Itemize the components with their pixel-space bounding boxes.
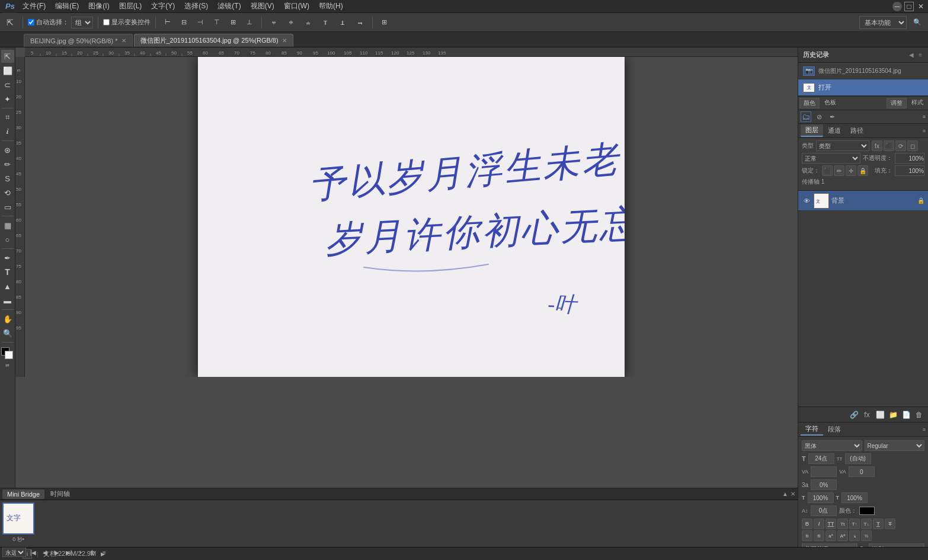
layer-filter-fx[interactable]: fx: [872, 140, 882, 151]
align-top-btn[interactable]: ⊤: [210, 17, 224, 28]
align-right-btn[interactable]: ⊣: [193, 17, 207, 28]
close-btn[interactable]: ✕: [916, 2, 926, 11]
char-kerning-input[interactable]: [811, 466, 837, 477]
layer-item-background[interactable]: 👁 文 背景 🔒: [798, 191, 928, 211]
char-baseline-input[interactable]: [811, 505, 837, 516]
tool-brush[interactable]: ✏: [1, 158, 14, 171]
auto-select-type-select[interactable]: 组: [71, 17, 93, 28]
char-font-style-select[interactable]: Regular: [865, 440, 925, 451]
distribute-left-btn[interactable]: ⫧: [267, 17, 281, 28]
layer-fill-input[interactable]: [895, 165, 924, 176]
char-bold-btn[interactable]: B: [802, 519, 812, 529]
tool-marquee[interactable]: ⬜: [1, 64, 14, 77]
tool-hand[interactable]: ✋: [1, 312, 14, 325]
tool-healing[interactable]: ⊛: [1, 143, 14, 156]
maximize-btn[interactable]: □: [904, 2, 914, 11]
tool-crop[interactable]: ⌗: [1, 111, 14, 124]
styles-panel-tab[interactable]: 样式: [908, 98, 927, 108]
char-strikethrough-btn[interactable]: T: [885, 519, 895, 529]
layer-visibility-toggle[interactable]: 👁: [802, 196, 811, 206]
distribute-top-btn[interactable]: ⫪: [318, 17, 333, 28]
lock-transparent-btn[interactable]: ⬛: [822, 165, 833, 176]
move-tool-btn[interactable]: ⇱: [2, 16, 18, 29]
frame-prev-btn[interactable]: ◀: [40, 548, 50, 557]
tool-history-brush[interactable]: ⟲: [1, 186, 14, 199]
char-allcaps-btn[interactable]: TT: [825, 519, 836, 529]
menu-text[interactable]: 文字(Y): [146, 0, 180, 12]
char-ordn-btn[interactable]: aª: [825, 530, 836, 541]
char-leading-input[interactable]: [845, 453, 871, 464]
minimize-btn[interactable]: ─: [892, 2, 902, 11]
layers-tab-layers[interactable]: 图层: [801, 124, 823, 137]
menu-layer[interactable]: 图层(L): [114, 0, 147, 12]
char-panel-menu-btn[interactable]: ≡: [923, 427, 926, 433]
tab-weixin-close[interactable]: ✕: [282, 37, 287, 44]
bottom-tab-timeline[interactable]: 时间轴: [46, 488, 75, 500]
distribute-right-btn[interactable]: ⫨: [301, 17, 316, 28]
frame-next-btn[interactable]: ▶|: [64, 548, 73, 557]
char-inf-btn[interactable]: ₁: [849, 530, 860, 541]
workspace-search-btn[interactable]: 🔍: [909, 17, 926, 28]
tab-beijing[interactable]: BEIJING.jpg @ 50%(RGB/8) * ✕: [24, 34, 133, 47]
frame-play-btn[interactable]: ▶: [52, 548, 62, 557]
lock-move-btn[interactable]: ✛: [846, 165, 856, 176]
bottom-tab-minibridge[interactable]: Mini Bridge: [2, 489, 44, 499]
char-italic-btn[interactable]: I: [814, 519, 824, 529]
paths-icon-tab[interactable]: ✒: [827, 111, 837, 122]
distribute-center-v-btn[interactable]: ⫫: [335, 17, 350, 28]
lock-paint-btn[interactable]: ✏: [834, 165, 844, 176]
layer-delete-btn[interactable]: 🗑: [914, 409, 924, 420]
layers-tab-paths[interactable]: 路径: [846, 125, 868, 136]
align-left-btn[interactable]: ⊢: [161, 17, 175, 28]
panel-menu-btn[interactable]: ≡: [923, 114, 926, 120]
tool-dodge[interactable]: ○: [1, 233, 14, 246]
color-panel-tab[interactable]: 颜色: [799, 98, 820, 108]
tool-path-select[interactable]: ▲: [1, 280, 14, 293]
char-font-size-input[interactable]: [808, 453, 834, 464]
tool-eraser[interactable]: ▭: [1, 200, 14, 213]
menu-image[interactable]: 图像(I): [84, 0, 114, 12]
layers-tab-channels[interactable]: 通道: [823, 125, 846, 136]
layer-link-btn[interactable]: 🔗: [849, 409, 859, 420]
tool-shape[interactable]: ▬: [1, 294, 14, 307]
canvas-scroll-area[interactable]: 予以岁月浮生未老 岁月许你初心无忘 -叶: [25, 57, 798, 377]
distribute-center-h-btn[interactable]: ⫩: [284, 17, 299, 28]
menu-filter[interactable]: 滤镜(T): [213, 0, 245, 12]
align-bottom-btn[interactable]: ⊥: [242, 17, 257, 28]
align-center-v-btn[interactable]: ⊞: [226, 17, 240, 28]
history-item-open[interactable]: 文 打开: [798, 79, 928, 96]
adjustments-panel-tab[interactable]: 调整: [887, 98, 907, 108]
char-color-swatch[interactable]: [859, 507, 875, 515]
lock-all-btn[interactable]: 🔒: [857, 165, 868, 176]
align-center-h-btn[interactable]: ⊟: [177, 17, 191, 28]
layer-type-select[interactable]: 类型: [816, 140, 869, 151]
auto-select-check-input[interactable]: [28, 19, 34, 25]
show-transform-check-input[interactable]: [103, 19, 110, 25]
tool-eyedropper[interactable]: 𝒊: [1, 125, 14, 138]
menu-file[interactable]: 文件(F): [18, 0, 50, 12]
char-h-scale-input[interactable]: [841, 492, 868, 503]
layer-mask-btn[interactable]: ⬜: [875, 409, 885, 420]
bottom-panel-close-btn[interactable]: ✕: [791, 491, 795, 497]
tool-move[interactable]: ⇱: [1, 50, 14, 63]
loop-select[interactable]: 永远 一次 3次: [2, 548, 26, 557]
tool-text[interactable]: T: [1, 265, 14, 279]
char-subscript-btn[interactable]: T↓: [861, 519, 872, 529]
tool-lasso[interactable]: ⊂: [1, 78, 14, 91]
auto-align-btn[interactable]: ⊞: [377, 17, 391, 28]
tool-zoom[interactable]: 🔍: [1, 327, 14, 340]
layer-filter-smart[interactable]: ⟳: [895, 140, 906, 151]
tool-gradient[interactable]: ▦: [1, 219, 14, 232]
layers-panel-menu-btn[interactable]: ≡: [923, 128, 926, 134]
char-sup-btn[interactable]: Aᵃ: [837, 530, 848, 541]
char-liga-btn[interactable]: fl: [814, 530, 824, 541]
history-panel-menu[interactable]: ≡: [917, 52, 923, 58]
char-font-family-select[interactable]: 黑体: [802, 440, 862, 451]
char-frac-btn[interactable]: fi: [802, 530, 812, 541]
channels-icon-tab[interactable]: ⊘: [814, 111, 824, 122]
tab-weixin[interactable]: 微信图片_20191105163504.jpg @ 25%(RGB/8) ✕: [134, 34, 293, 47]
char-smallcaps-btn[interactable]: Tt: [837, 519, 848, 529]
layer-new-btn[interactable]: 📄: [901, 409, 911, 420]
menu-view[interactable]: 视图(V): [246, 0, 279, 12]
history-panel-collapse[interactable]: ◀: [908, 52, 915, 58]
